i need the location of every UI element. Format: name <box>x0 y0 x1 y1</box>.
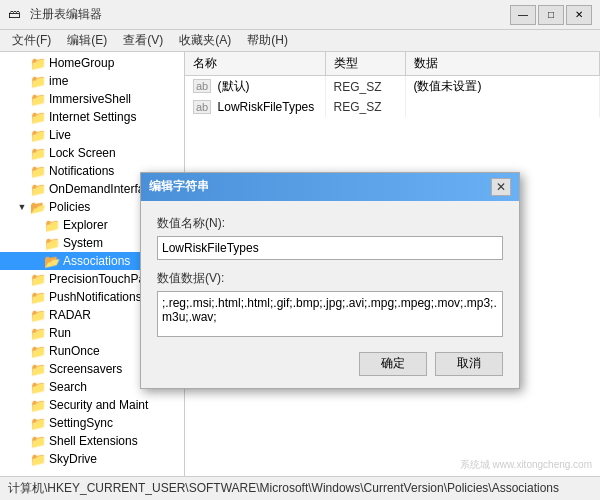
tree-item-live[interactable]: 📁 Live <box>0 126 184 144</box>
menu-file[interactable]: 文件(F) <box>4 30 59 51</box>
tree-label: ime <box>49 74 68 88</box>
tree-item-internet-settings[interactable]: 📁 Internet Settings <box>0 108 184 126</box>
dialog-title-bar: 编辑字符串 ✕ <box>141 173 519 201</box>
tree-label: Security and Maint <box>49 398 148 412</box>
app-icon: 🗃 <box>8 7 24 23</box>
tree-item-settingsync[interactable]: 📁 SettingSync <box>0 414 184 432</box>
arrow-icon <box>16 309 28 321</box>
data-input[interactable] <box>157 291 503 337</box>
folder-icon: 📁 <box>30 109 46 125</box>
tree-item-lock-screen[interactable]: 📁 Lock Screen <box>0 144 184 162</box>
arrow-icon <box>16 399 28 411</box>
tree-item-skydrive[interactable]: 📁 SkyDrive <box>0 450 184 468</box>
folder-icon: 📁 <box>30 55 46 71</box>
reg-name: LowRiskFileTypes <box>218 100 315 114</box>
arrow-icon <box>16 57 28 69</box>
maximize-button[interactable]: □ <box>538 5 564 25</box>
registry-path: 计算机\HKEY_CURRENT_USER\SOFTWARE\Microsoft… <box>8 480 559 497</box>
folder-icon: 📁 <box>30 451 46 467</box>
folder-icon: 📁 <box>30 397 46 413</box>
expand-arrow-icon: ▼ <box>16 201 28 213</box>
tree-item-homegroup[interactable]: 📁 HomeGroup <box>0 54 184 72</box>
arrow-icon <box>16 111 28 123</box>
table-row[interactable]: ab LowRiskFileTypes REG_SZ <box>185 97 600 117</box>
watermark: 系统城 www.xitongcheng.com <box>460 458 592 472</box>
tree-label: Associations <box>63 254 130 268</box>
reg-type-cell: REG_SZ <box>325 76 405 98</box>
arrow-icon <box>16 129 28 141</box>
arrow-icon <box>16 165 28 177</box>
cancel-button[interactable]: 取消 <box>435 352 503 376</box>
tree-label: ImmersiveShell <box>49 92 131 106</box>
menu-help[interactable]: 帮助(H) <box>239 30 296 51</box>
dialog-buttons: 确定 取消 <box>157 352 503 376</box>
tree-label: RunOnce <box>49 344 100 358</box>
tree-label: Notifications <box>49 164 114 178</box>
arrow-icon <box>16 345 28 357</box>
tree-label: HomeGroup <box>49 56 114 70</box>
reg-name: (默认) <box>218 79 250 93</box>
data-label: 数值数据(V): <box>157 270 503 287</box>
dialog-body: 数值名称(N): 数值数据(V): 确定 取消 <box>141 201 519 388</box>
tree-item-immersive[interactable]: 📁 ImmersiveShell <box>0 90 184 108</box>
edit-string-dialog: 编辑字符串 ✕ 数值名称(N): 数值数据(V): 确定 取消 <box>140 172 520 389</box>
tree-label: Shell Extensions <box>49 434 138 448</box>
tree-label: Explorer <box>63 218 108 232</box>
tree-label: Screensavers <box>49 362 122 376</box>
arrow-icon <box>16 381 28 393</box>
menu-view[interactable]: 查看(V) <box>115 30 171 51</box>
arrow-icon <box>16 291 28 303</box>
tree-label: PrecisionTouchPac <box>49 272 151 286</box>
minimize-button[interactable]: — <box>510 5 536 25</box>
arrow-icon <box>16 363 28 375</box>
arrow-icon <box>16 147 28 159</box>
arrow-icon <box>16 183 28 195</box>
arrow-icon <box>30 255 42 267</box>
tree-label: Live <box>49 128 71 142</box>
arrow-icon <box>16 453 28 465</box>
name-label: 数值名称(N): <box>157 215 503 232</box>
reg-name-cell: ab (默认) <box>185 76 325 98</box>
reg-name-cell: ab LowRiskFileTypes <box>185 97 325 117</box>
app-title: 注册表编辑器 <box>30 6 510 23</box>
tree-item-ime[interactable]: 📁 ime <box>0 72 184 90</box>
folder-icon: 📁 <box>30 73 46 89</box>
menu-favorites[interactable]: 收藏夹(A) <box>171 30 239 51</box>
open-folder-icon: 📂 <box>44 253 60 269</box>
menu-bar: 文件(F) 编辑(E) 查看(V) 收藏夹(A) 帮助(H) <box>0 30 600 52</box>
folder-icon: 📁 <box>44 235 60 251</box>
value-type-icon: ab <box>193 100 211 114</box>
folder-icon: 📁 <box>30 325 46 341</box>
folder-icon: 📁 <box>30 163 46 179</box>
status-bar: 计算机\HKEY_CURRENT_USER\SOFTWARE\Microsoft… <box>0 476 600 500</box>
tree-label: System <box>63 236 103 250</box>
name-input[interactable] <box>157 236 503 260</box>
folder-icon: 📁 <box>30 433 46 449</box>
tree-label: Search <box>49 380 87 394</box>
ok-button[interactable]: 确定 <box>359 352 427 376</box>
reg-data-cell: (数值未设置) <box>405 76 600 98</box>
tree-label: Run <box>49 326 71 340</box>
folder-icon: 📁 <box>30 343 46 359</box>
tree-label: Lock Screen <box>49 146 116 160</box>
col-header-type: 类型 <box>325 52 405 76</box>
tree-label: PushNotifications <box>49 290 142 304</box>
window-controls: — □ ✕ <box>510 5 592 25</box>
folder-icon: 📁 <box>30 181 46 197</box>
folder-icon: 📁 <box>30 289 46 305</box>
col-header-data: 数据 <box>405 52 600 76</box>
close-button[interactable]: ✕ <box>566 5 592 25</box>
tree-label: Policies <box>49 200 90 214</box>
tree-item-security[interactable]: 📁 Security and Maint <box>0 396 184 414</box>
menu-edit[interactable]: 编辑(E) <box>59 30 115 51</box>
arrow-icon <box>16 273 28 285</box>
tree-item-shell-extensions[interactable]: 📁 Shell Extensions <box>0 432 184 450</box>
open-folder-icon: 📂 <box>30 199 46 215</box>
tree-label: RADAR <box>49 308 91 322</box>
folder-icon: 📁 <box>30 361 46 377</box>
dialog-close-button[interactable]: ✕ <box>491 178 511 196</box>
tree-label: SkyDrive <box>49 452 97 466</box>
table-row[interactable]: ab (默认) REG_SZ (数值未设置) <box>185 76 600 98</box>
arrow-icon <box>16 327 28 339</box>
arrow-icon <box>30 237 42 249</box>
